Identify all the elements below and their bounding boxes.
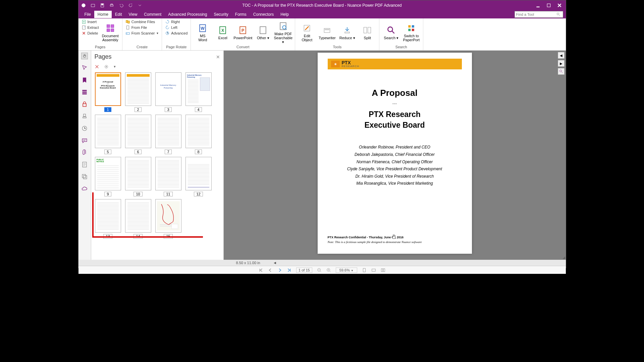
ribbon-edit-object[interactable]: Edit Object (297, 19, 317, 45)
zoom-level[interactable]: 59.6% ▼ (336, 267, 357, 273)
find-tool[interactable] (515, 11, 563, 18)
refresh-icon[interactable] (128, 3, 133, 8)
panel-dropdown-icon[interactable]: ▼ (113, 65, 116, 68)
ribbon-rotate-left[interactable]: Left (164, 25, 189, 30)
panel-close-x-icon[interactable] (95, 64, 99, 69)
hscroll-left-icon[interactable]: ◀ (274, 261, 276, 264)
save-icon[interactable] (100, 3, 105, 8)
pages-panel-close[interactable]: ✕ (216, 54, 220, 60)
menu-security[interactable]: Security (210, 11, 231, 18)
ribbon-insert[interactable]: Insert (80, 19, 100, 24)
find-tool-input[interactable] (516, 12, 556, 16)
ribbon-delete[interactable]: Delete (80, 31, 100, 36)
page-thumbnail[interactable]: PUBLIC NOTICE9 (94, 157, 122, 196)
fit-page-icon[interactable] (362, 268, 367, 273)
first-page-icon[interactable] (259, 268, 263, 273)
maximize-button[interactable] (546, 3, 551, 8)
menu-comment[interactable]: Comment (141, 11, 165, 18)
page-indicator[interactable]: 1 of 15 (296, 267, 312, 273)
destinations-icon[interactable] (81, 89, 88, 96)
left-sidebar (78, 51, 91, 260)
layers-icon[interactable] (81, 173, 88, 180)
attachments-icon[interactable] (81, 149, 88, 156)
menu-connectors[interactable]: Connectors (250, 11, 277, 18)
ribbon-combine[interactable]: Combine Files (124, 19, 160, 24)
ribbon-fromscanner[interactable]: From Scanner ▼ (124, 31, 160, 36)
page-thumbnail[interactable]: 2 (124, 72, 152, 112)
ribbon-rotate-right[interactable]: Right (164, 19, 189, 24)
thumbnail-number: 4 (195, 107, 202, 112)
page-thumbnail[interactable]: 15 (154, 199, 182, 239)
ribbon-extract[interactable]: Extract (80, 25, 100, 30)
ribbon-split[interactable]: Split (358, 19, 377, 45)
page-thumbnail[interactable]: 11 (154, 157, 182, 196)
comments-icon[interactable] (81, 137, 88, 144)
close-button[interactable] (557, 3, 562, 8)
menu-home[interactable]: Home (94, 11, 112, 18)
page-thumbnail[interactable]: 12 (184, 157, 213, 196)
next-page-icon[interactable] (277, 268, 282, 273)
security-icon[interactable] (81, 101, 88, 108)
svg-rect-29 (325, 29, 329, 30)
cloud-icon[interactable] (81, 185, 88, 192)
page-thumbnail[interactable]: A Proposal---PTX ResearchExecutive Board… (94, 72, 122, 112)
page-thumbnail[interactable]: 14 (124, 199, 152, 239)
document-page: ✶ PTX RESEARCH A Proposal --- PTX Resear… (318, 53, 472, 254)
ribbon-msword[interactable]: WMS Word (193, 19, 212, 45)
two-page-icon[interactable] (381, 268, 385, 273)
page-thumbnail[interactable]: 10 (124, 157, 152, 196)
svg-rect-41 (83, 104, 86, 106)
ribbon-fromfile[interactable]: From File (124, 25, 160, 30)
scroll-left-icon[interactable]: ◀ (558, 52, 565, 59)
ribbon-typewriter[interactable]: Typewriter (317, 19, 337, 45)
ribbon-search[interactable]: Search ▾ (381, 19, 401, 45)
pages-icon[interactable] (81, 161, 88, 168)
svg-text:W: W (201, 26, 205, 31)
page-thumbnail[interactable]: 8 (184, 115, 213, 154)
ribbon: Insert Extract Delete Document Assembly … (78, 18, 566, 51)
ribbon-excel[interactable]: XExcel (213, 19, 232, 45)
print-icon[interactable] (109, 3, 114, 8)
menu-view[interactable]: View (125, 11, 141, 18)
select-tool-icon[interactable] (81, 65, 88, 71)
ribbon-ppt[interactable]: PPowerPoint (233, 19, 253, 45)
bookmarks-icon[interactable] (81, 77, 88, 83)
document-viewer[interactable]: ✶ PTX RESEARCH A Proposal --- PTX Resear… (224, 51, 566, 260)
zoom-tool-icon[interactable] (558, 68, 565, 75)
page-thumbnail[interactable]: Industrial Mercury Poisoning3 (154, 72, 182, 112)
page-thumbnail[interactable]: Industrial Mercury Poisoning4 (184, 72, 213, 112)
menu-advanced[interactable]: Advanced Processing (165, 11, 210, 18)
ribbon-makepdf[interactable]: Make PDF Searchable ▾ (273, 19, 293, 45)
ribbon-other[interactable]: Other ▾ (253, 19, 273, 45)
ribbon-reduce[interactable]: Reduce ▾ (337, 19, 357, 45)
menu-edit[interactable]: Edit (112, 11, 125, 18)
page-thumbnail[interactable]: 6 (124, 115, 152, 154)
last-page-icon[interactable] (287, 268, 291, 273)
zoom-out-icon[interactable] (317, 268, 322, 273)
ribbon-document-assembly[interactable]: Document Assembly (101, 19, 120, 45)
ribbon-paperport[interactable]: Switch to PaperPort (401, 19, 421, 45)
scroll-right-icon[interactable]: ▶ (558, 60, 565, 67)
viewer-collapse-icon[interactable] (562, 254, 565, 259)
hand-tool-icon[interactable] (81, 53, 88, 59)
ribbon-rotate-advanced[interactable]: Advanced (164, 31, 189, 36)
page-thumbnail[interactable]: 7 (154, 115, 182, 154)
search-icon[interactable] (556, 12, 560, 16)
svg-point-47 (106, 66, 107, 67)
prev-page-icon[interactable] (268, 268, 273, 273)
minimize-button[interactable] (536, 3, 540, 8)
menu-help[interactable]: Help (277, 11, 292, 18)
pages-panel: Pages ✕ ▼ A Proposal---PTX ResearchExecu… (91, 51, 224, 260)
menu-forms[interactable]: Forms (232, 11, 250, 18)
page-thumbnail[interactable]: 5 (94, 115, 122, 154)
menu-file[interactable]: File (81, 11, 94, 18)
history-icon[interactable] (81, 125, 88, 132)
page-thumbnail[interactable]: 13 (94, 199, 122, 239)
stamps-icon[interactable] (81, 113, 88, 120)
zoom-in-icon[interactable] (326, 268, 331, 273)
fit-width-icon[interactable] (371, 268, 376, 273)
open-icon[interactable] (91, 3, 95, 8)
qat-dropdown-icon[interactable] (138, 3, 142, 8)
panel-options-icon[interactable] (104, 64, 109, 69)
undo-icon[interactable] (119, 3, 123, 8)
